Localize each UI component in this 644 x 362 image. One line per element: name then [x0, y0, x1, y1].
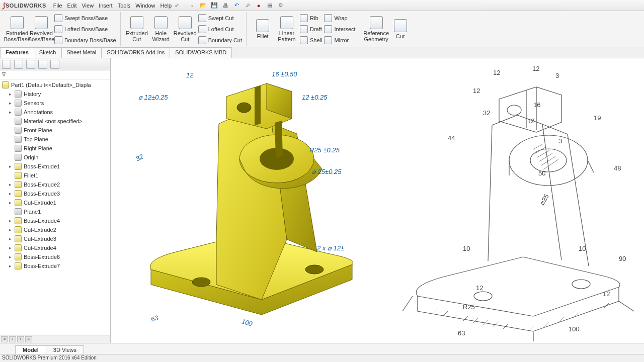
svg-text:12: 12	[532, 65, 539, 72]
svg-text:3: 3	[555, 72, 559, 79]
scroll-first-icon[interactable]: «	[1, 336, 8, 342]
options-icon[interactable]: ▤	[266, 2, 274, 10]
feature-manager-tabs	[0, 58, 110, 70]
save-icon[interactable]: 💾	[210, 2, 218, 10]
tree-root[interactable]: Part1 (Default<<Default>_Displa	[2, 80, 108, 89]
svg-text:⌀25: ⌀25	[538, 193, 550, 207]
svg-text:44: 44	[448, 134, 455, 142]
print-icon[interactable]: 🖶	[221, 2, 229, 10]
extruded-cut-button[interactable]: Extruded Cut	[125, 13, 149, 46]
fillet-button[interactable]: Fillet	[251, 13, 275, 46]
tab-sketch[interactable]: Sketch	[34, 47, 62, 58]
svg-point-5	[474, 292, 492, 301]
lofted-cut-button[interactable]: Lofted Cut	[197, 24, 243, 34]
new-icon[interactable]: ▫	[188, 2, 196, 10]
menu-edit[interactable]: Edit	[67, 3, 77, 9]
tree-cut-extrude3[interactable]: ▸Cut-Extrude3	[2, 234, 108, 243]
tree-boss-extrude4[interactable]: ▸Boss-Extrude4	[2, 216, 108, 225]
draft-button[interactable]: Draft	[299, 24, 323, 34]
svg-text:16: 16	[533, 101, 540, 109]
quick-access-toolbar: ▫ 📂 💾 🖶 ↶ ⬀ ● ▤ ⚙	[188, 2, 285, 10]
tree-top-plane[interactable]: Top Plane	[2, 135, 108, 144]
svg-text:12: 12	[527, 117, 534, 125]
tree-boss-extrude2[interactable]: ▸Boss-Extrude2	[2, 180, 108, 189]
tab-features[interactable]: Features	[0, 47, 34, 58]
title-bar: ⟆ SOLIDWORKS File Edit View Insert Tools…	[0, 0, 644, 11]
tree-boss-extrude6[interactable]: ▸Boss-Extrude6	[2, 252, 108, 261]
tree-history[interactable]: ▸History	[2, 89, 108, 99]
tree-origin[interactable]: Origin	[2, 153, 108, 162]
tree-right-plane[interactable]: Right Plane	[2, 144, 108, 153]
tree-scroll-controls: « ‹ › »	[0, 335, 110, 343]
menu-bar: File Edit View Insert Tools Window Help	[53, 3, 172, 9]
tree-front-plane[interactable]: Front Plane	[2, 126, 108, 135]
dim-2x-phi12: 2 x ⌀ 12±	[317, 244, 344, 252]
feature-tree[interactable]: Part1 (Default<<Default>_Displa ▸History…	[0, 79, 110, 335]
bottom-tab-model[interactable]: Model	[15, 345, 46, 354]
tree-boss-extrude3[interactable]: ▸Boss-Extrude3	[2, 189, 108, 198]
hole-wizard-button[interactable]: Hole Wizard	[149, 13, 173, 46]
fm-tab-dimxpert-icon[interactable]	[38, 60, 47, 69]
swept-cut-button[interactable]: Swept Cut	[197, 13, 243, 23]
revolved-cut-button[interactable]: Revolved Cut	[173, 13, 197, 46]
menu-file[interactable]: File	[53, 3, 62, 9]
boundary-boss-button[interactable]: Boundary Boss/Base	[53, 35, 117, 45]
tree-cut-extrude2[interactable]: ▸Cut-Extrude2	[2, 225, 108, 234]
tree-material[interactable]: Material <not specified>	[2, 117, 108, 126]
tree-plane1[interactable]: Plane1	[2, 207, 108, 216]
tree-fillet1[interactable]: Fillet1	[2, 171, 108, 180]
svg-text:100: 100	[569, 325, 580, 333]
swept-boss-button[interactable]: Swept Boss/Base	[53, 13, 117, 23]
tree-boss-extrude7[interactable]: ▸Boss-Extrude7	[2, 261, 108, 270]
svg-point-1	[305, 265, 324, 274]
ribbon-cut-group: Extruded Cut Hole Wizard Revolved Cut Sw…	[122, 12, 247, 46]
linear-pattern-button[interactable]: Linear Pattern	[275, 13, 299, 46]
undo-icon[interactable]: ↶	[232, 2, 240, 10]
lofted-boss-button[interactable]: Lofted Boss/Base	[53, 24, 117, 34]
menu-help[interactable]: Help	[160, 3, 172, 9]
tab-sheet-metal[interactable]: Sheet Metal	[61, 47, 102, 58]
brand-label: SOLIDWORKS	[6, 3, 46, 9]
feature-manager-panel: ∇ Part1 (Default<<Default>_Displa ▸Histo…	[0, 58, 111, 343]
extruded-boss-button[interactable]: Extruded Boss/Base	[5, 13, 29, 46]
rib-button[interactable]: Rib	[299, 13, 323, 23]
revolved-boss-button[interactable]: Revolved Boss/Base	[29, 13, 53, 46]
intersect-button[interactable]: Intersect	[323, 24, 356, 34]
fm-tab-property-icon[interactable]	[14, 60, 23, 69]
svg-text:19: 19	[594, 114, 601, 122]
fm-tab-tree-icon[interactable]	[2, 60, 11, 69]
curves-button[interactable]: Cur	[388, 13, 413, 46]
menu-window[interactable]: Window	[135, 3, 155, 9]
svg-text:32: 32	[483, 109, 490, 117]
tree-annotations[interactable]: ▸Annotations	[2, 108, 108, 117]
graphics-viewport[interactable]: 12 16 ±0.50 ⌀ 12±0.25 12 ±0.25 32 R25 ±0…	[111, 58, 644, 343]
bottom-tab-3dviews[interactable]: 3D Views	[46, 345, 84, 354]
tree-boss-extrude1[interactable]: ▸Boss-Extrude1	[2, 162, 108, 171]
menu-tools[interactable]: Tools	[118, 3, 131, 9]
open-icon[interactable]: 📂	[199, 2, 207, 10]
fm-tab-display-icon[interactable]	[50, 60, 59, 69]
mirror-button[interactable]: Mirror	[323, 35, 356, 45]
tree-cut-extrude1[interactable]: ▸Cut-Extrude1	[2, 198, 108, 207]
svg-text:90: 90	[619, 255, 626, 262]
menu-insert[interactable]: Insert	[99, 3, 113, 9]
scroll-prev-icon[interactable]: ‹	[9, 336, 16, 342]
settings-icon[interactable]: ⚙	[277, 2, 285, 10]
scroll-last-icon[interactable]: »	[25, 336, 32, 342]
svg-text:12: 12	[476, 284, 483, 292]
scroll-next-icon[interactable]: ›	[17, 336, 24, 342]
tree-cut-extrude4[interactable]: ▸Cut-Extrude4	[2, 243, 108, 252]
tree-sensors[interactable]: ▸Sensors	[2, 99, 108, 108]
menu-pin-icon[interactable]: ⇙	[175, 2, 179, 9]
menu-view[interactable]: View	[82, 3, 94, 9]
shell-button[interactable]: Shell	[299, 35, 323, 45]
select-icon[interactable]: ⬀	[244, 2, 252, 10]
fm-tab-config-icon[interactable]	[26, 60, 35, 69]
wrap-button[interactable]: Wrap	[323, 13, 356, 23]
boundary-cut-button[interactable]: Boundary Cut	[197, 35, 243, 45]
reference-geometry-button[interactable]: Reference Geometry	[364, 13, 388, 46]
rebuild-icon[interactable]: ●	[255, 2, 263, 10]
feature-tree-filter[interactable]: ∇	[0, 70, 110, 79]
svg-text:50: 50	[538, 169, 545, 177]
svg-point-4	[237, 103, 251, 113]
